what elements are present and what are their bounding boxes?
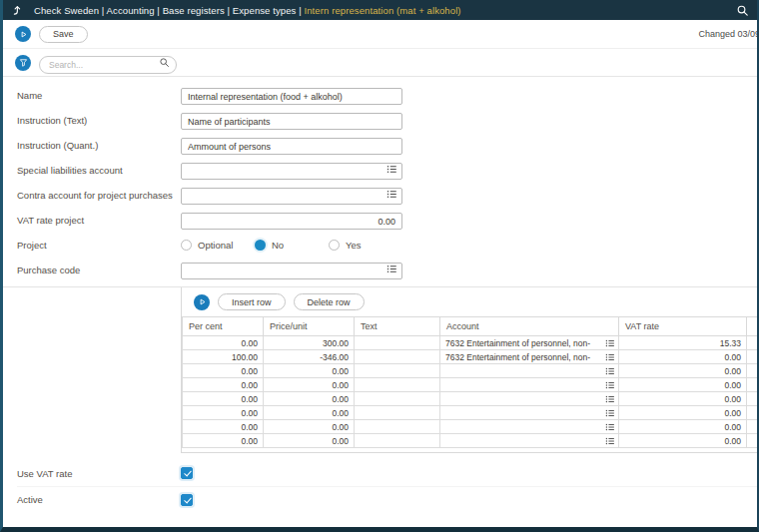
form-row-project: Project Optional No Yes — [17, 237, 757, 254]
table-row: 0.00 300.00 7632 Entertainment of person… — [183, 336, 759, 350]
cell-account[interactable]: 7632 Entertainment of personnel, non- — [440, 336, 619, 350]
cell-account[interactable] — [440, 378, 619, 392]
cell-price-unit[interactable]: 0.00 — [264, 392, 355, 406]
lookup-icon[interactable] — [605, 352, 615, 362]
cell-text[interactable] — [355, 364, 440, 378]
cell-per-cent[interactable]: 0.00 — [183, 434, 264, 448]
insert-row-button[interactable]: Insert row — [218, 293, 286, 310]
cell-vat-rate[interactable]: 0.00 — [619, 364, 747, 378]
cell-text[interactable] — [355, 434, 440, 448]
cell-text[interactable] — [355, 420, 440, 434]
cell-vat-rate[interactable]: 0.00 — [619, 406, 747, 420]
col-account[interactable]: Account — [440, 317, 619, 336]
search-icon[interactable] — [159, 57, 170, 68]
cell-vat-rate[interactable]: 0.00 — [619, 420, 747, 434]
breadcrumb-path[interactable]: Check Sweden | Accounting | Base registe… — [34, 5, 305, 16]
active-checkbox[interactable] — [181, 494, 193, 506]
cell-account[interactable] — [440, 406, 619, 420]
col-text[interactable]: Text — [355, 317, 440, 336]
special-liabilities-field[interactable] — [181, 163, 402, 180]
lookup-icon[interactable] — [605, 408, 615, 418]
special-liabilities-label: Special liabilities account — [17, 165, 181, 176]
purchase-code-field[interactable] — [181, 263, 402, 279]
radio-no[interactable] — [255, 240, 266, 251]
run-button[interactable] — [15, 26, 31, 42]
use-vat-rate-checkbox[interactable] — [181, 467, 193, 479]
search-input[interactable] — [39, 56, 177, 74]
cell-account[interactable] — [440, 420, 619, 434]
rates-table-panel: Insert row Delete row Per cent Price/uni… — [181, 287, 757, 453]
cell-price-unit[interactable]: 0.00 — [264, 420, 355, 434]
global-search-icon[interactable] — [736, 4, 749, 17]
lookup-icon[interactable] — [605, 366, 615, 376]
cell-price-unit[interactable]: 0.00 — [264, 406, 355, 420]
cell-account[interactable] — [440, 392, 619, 406]
project-radio-group: Optional No Yes — [181, 240, 402, 251]
instruction-quant-field[interactable] — [181, 138, 402, 155]
lookup-icon[interactable] — [605, 394, 615, 404]
cell-vat-rate[interactable]: 0.00 — [619, 434, 747, 448]
cell-text[interactable] — [355, 350, 440, 364]
rates-table: Per cent Price/unit Text Account VAT rat… — [182, 316, 759, 448]
cell-account[interactable] — [440, 434, 619, 448]
cell-per-cent[interactable]: 0.00 — [183, 364, 264, 378]
project-option-no[interactable]: No — [255, 240, 329, 251]
col-per-cent[interactable]: Per cent — [183, 317, 264, 336]
cell-vat-rate[interactable]: 0.00 — [619, 350, 747, 364]
lookup-icon[interactable] — [605, 422, 615, 432]
table-row: 0.00 0.00 0.00 — [183, 420, 759, 434]
cell-empty — [747, 420, 759, 434]
vat-rate-project-field[interactable] — [181, 213, 402, 230]
cell-per-cent[interactable]: 0.00 — [183, 406, 264, 420]
cell-per-cent[interactable]: 100.00 — [183, 350, 264, 364]
cell-per-cent[interactable]: 0.00 — [183, 420, 264, 434]
cell-empty — [747, 350, 759, 364]
top-navbar: Check Sweden | Accounting | Base registe… — [3, 0, 757, 20]
cell-vat-rate[interactable]: 0.00 — [619, 392, 747, 406]
col-vat-rate[interactable]: VAT rate — [619, 317, 747, 336]
cell-text[interactable] — [355, 378, 440, 392]
cell-price-unit[interactable]: -346.00 — [264, 350, 355, 364]
cell-price-unit[interactable]: 0.00 — [264, 434, 355, 448]
expense-type-form: Name Instruction (Text) Instruction (Qua… — [3, 77, 757, 278]
cell-account[interactable]: 7632 Entertainment of personnel, non- — [440, 350, 619, 364]
radio-no-label: No — [272, 240, 284, 251]
project-option-optional[interactable]: Optional — [181, 240, 255, 251]
delete-row-button[interactable]: Delete row — [294, 293, 365, 310]
table-row: 0.00 0.00 0.00 — [183, 378, 759, 392]
save-button[interactable]: Save — [39, 26, 88, 43]
navigate-up-icon[interactable] — [11, 4, 23, 16]
cell-price-unit[interactable]: 0.00 — [264, 378, 355, 392]
filter-button[interactable] — [15, 55, 31, 71]
radio-optional-label: Optional — [198, 240, 233, 251]
cell-per-cent[interactable]: 0.00 — [183, 378, 264, 392]
lookup-icon[interactable] — [605, 380, 615, 390]
radio-yes[interactable] — [329, 240, 340, 251]
breadcrumb-current: Intern representation (mat + alkohol) — [305, 5, 461, 16]
instruction-text-field[interactable] — [181, 113, 402, 130]
contra-account-field[interactable] — [181, 188, 402, 205]
cell-per-cent[interactable]: 0.00 — [183, 336, 264, 350]
cell-vat-rate[interactable]: 0.00 — [619, 378, 747, 392]
cell-price-unit[interactable]: 0.00 — [264, 364, 355, 378]
lookup-icon[interactable] — [386, 164, 397, 175]
cell-vat-rate[interactable]: 15.33 — [619, 336, 747, 350]
lookup-icon[interactable] — [386, 264, 397, 274]
cell-text[interactable] — [355, 406, 440, 420]
cell-text[interactable] — [355, 336, 440, 350]
lookup-icon[interactable] — [605, 436, 615, 446]
col-price-unit[interactable]: Price/unit — [264, 317, 355, 336]
table-row: 0.00 0.00 0.00 — [183, 392, 759, 406]
cell-per-cent[interactable]: 0.00 — [183, 392, 264, 406]
project-option-yes[interactable]: Yes — [329, 240, 402, 251]
contra-account-label: Contra account for project purchases — [17, 190, 181, 201]
name-field[interactable] — [181, 88, 402, 105]
cell-account[interactable] — [440, 364, 619, 378]
cell-text[interactable] — [355, 392, 440, 406]
radio-optional[interactable] — [181, 240, 192, 251]
cell-price-unit[interactable]: 300.00 — [264, 336, 355, 350]
lookup-icon[interactable] — [386, 189, 397, 200]
play-icon — [197, 296, 208, 307]
table-run-button[interactable] — [194, 294, 210, 310]
lookup-icon[interactable] — [605, 338, 615, 348]
